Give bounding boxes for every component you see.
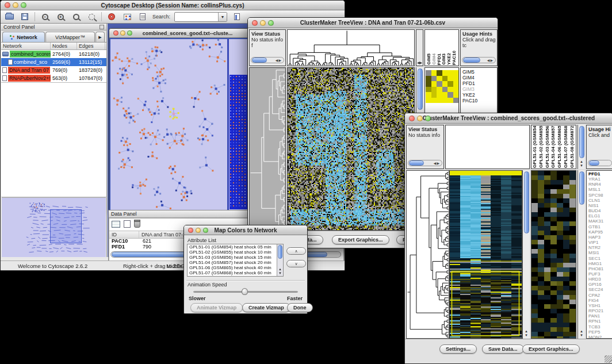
- tab-vizmapper[interactable]: VizMapper™: [45, 32, 95, 42]
- gene-label[interactable]: SPC98: [588, 193, 612, 198]
- gene-label[interactable]: RPN1: [588, 319, 612, 324]
- tv1-status-hscrollbar[interactable]: ◀▶: [251, 57, 284, 63]
- resize-grip[interactable]: [605, 355, 612, 363]
- gene-label[interactable]: ELG1: [588, 213, 612, 219]
- heatmap-canvas[interactable]: [288, 68, 414, 230]
- speed-slider-thumb[interactable]: [242, 288, 248, 295]
- gene-label[interactable]: CPA2: [588, 293, 612, 298]
- row-dendrogram-canvas[interactable]: [250, 68, 285, 230]
- zoom-button[interactable]: [203, 228, 208, 233]
- gene-label[interactable]: YRA1: [588, 177, 612, 182]
- minimize-button[interactable]: [196, 228, 201, 233]
- scroll-arrows-icon[interactable]: ▲▼: [580, 329, 583, 339]
- zoom-button[interactable]: [127, 30, 132, 36]
- scrollbar-thumb[interactable]: [278, 245, 282, 259]
- gene-label[interactable]: GIM3: [462, 86, 497, 92]
- gene-label[interactable]: YSH1: [588, 303, 612, 308]
- attribute-list-vscrollbar[interactable]: ▲ ▼: [277, 244, 283, 276]
- gene-label[interactable]: KAP95: [588, 229, 612, 235]
- open-session-button[interactable]: [3, 12, 15, 22]
- gene-label[interactable]: PHO81: [588, 266, 612, 271]
- gene-label[interactable]: FIG4: [588, 298, 612, 303]
- tv2-column-tree-pane[interactable]: [445, 125, 530, 169]
- network-table-row[interactable]: RNAPuberNov2+! 563(0) 107847(0): [1, 74, 106, 82]
- network-view-titlebar[interactable]: combined_scores_good.txt--cluste...: [109, 29, 248, 38]
- gene-label[interactable]: RNR4: [588, 182, 612, 187]
- main-titlebar[interactable]: Cytoscape Desktop (Session Name: collins…: [1, 1, 345, 10]
- gene-label[interactable]: PAN1: [588, 313, 612, 319]
- heatmap-canvas[interactable]: [450, 171, 522, 338]
- gene-label[interactable]: PFD1: [462, 81, 497, 86]
- chevron-down-icon[interactable]: ▼: [218, 13, 227, 21]
- export-graphics-button[interactable]: Export Graphics...: [522, 344, 580, 354]
- scroll-arrows-icon[interactable]: ▲▼: [580, 160, 583, 169]
- gene-label[interactable]: SEC24: [588, 287, 612, 292]
- gene-label[interactable]: HRD3: [588, 277, 612, 282]
- gene-label[interactable]: PFD1: [588, 171, 612, 177]
- network-canvas[interactable]: [110, 39, 247, 210]
- scrollbar-thumb[interactable]: [252, 58, 267, 63]
- gene-label[interactable]: GIM4: [462, 75, 497, 81]
- create-vizmap-button[interactable]: Create Vizmap: [242, 303, 290, 312]
- export-graphics-button[interactable]: Export Graphics...: [332, 235, 389, 244]
- gene-label[interactable]: GIM5: [462, 69, 497, 75]
- gene-label[interactable]: TCB3: [588, 324, 612, 329]
- move-down-button[interactable]: ∨: [286, 260, 306, 267]
- gene-label[interactable]: PAC10: [462, 98, 497, 104]
- tab-overflow-arrow[interactable]: ▶: [95, 32, 105, 42]
- tv2-gene-vscrollbar[interactable]: ▲▼: [577, 170, 585, 339]
- layout-grid-icon[interactable]: [121, 12, 133, 22]
- scrollbar-thumb[interactable]: [524, 171, 529, 233]
- settings-button[interactable]: Settings...: [439, 344, 477, 354]
- minimize-button[interactable]: [13, 2, 18, 8]
- treeview2-titlebar[interactable]: ClusterMaker TreeView : combined_scores_…: [405, 113, 612, 124]
- gene-label[interactable]: NIS1: [588, 203, 612, 208]
- scrollbar-thumb[interactable]: [418, 68, 423, 110]
- scrollbar-thumb[interactable]: [409, 160, 424, 166]
- network-overview-panel[interactable]: [2, 197, 106, 257]
- scroll-arrows-icon[interactable]: ◀▶: [487, 58, 495, 62]
- scroll-up-icon[interactable]: ▲: [277, 267, 283, 271]
- close-button[interactable]: [5, 2, 10, 8]
- scrollbar-thumb[interactable]: [463, 58, 480, 63]
- tab-network[interactable]: Network: [2, 32, 45, 42]
- scrollbar-thumb[interactable]: [579, 171, 584, 205]
- minimize-button[interactable]: [120, 30, 125, 36]
- close-button[interactable]: [113, 30, 118, 36]
- gene-label[interactable]: MSI1: [588, 250, 612, 255]
- gene-label[interactable]: GPI16: [588, 282, 612, 287]
- zoom-selected-icon[interactable]: [86, 12, 97, 22]
- gene-label[interactable]: HAP3: [588, 235, 612, 240]
- gene-label[interactable]: PEP5: [588, 329, 612, 335]
- gene-label[interactable]: HMG1: [588, 261, 612, 266]
- network-table-row[interactable]: DNA and Tran 07 769(0) 183728(0): [1, 66, 106, 74]
- minimize-button[interactable]: [260, 20, 266, 26]
- scrollbar-thumb[interactable]: [589, 160, 599, 166]
- gene-label[interactable]: RPO21: [588, 308, 612, 313]
- gene-label[interactable]: SEC1: [588, 256, 612, 261]
- minimize-button[interactable]: [417, 116, 423, 121]
- zoom-button[interactable]: [425, 116, 431, 121]
- gene-label[interactable]: PUF3: [588, 271, 612, 277]
- annotation-icon[interactable]: [137, 12, 148, 22]
- done-button[interactable]: Done: [287, 303, 313, 312]
- network-overview-canvas[interactable]: [2, 198, 106, 257]
- gene-label[interactable]: CLN1: [588, 198, 612, 203]
- attribute-table-icon[interactable]: [112, 221, 120, 228]
- help-lifering-icon[interactable]: [106, 12, 117, 22]
- zoom-heatmap-canvas[interactable]: [531, 171, 576, 338]
- tv2-vscrollbar[interactable]: ▲▼: [522, 170, 530, 339]
- close-button[interactable]: [409, 116, 415, 121]
- scroll-arrows-icon[interactable]: ◀▶: [276, 58, 284, 62]
- zoom-button[interactable]: [21, 2, 26, 8]
- tv2-usage-hscrollbar[interactable]: [588, 160, 612, 166]
- zoom-out-icon[interactable]: −: [39, 12, 51, 22]
- row-dendrogram-canvas[interactable]: [407, 171, 449, 338]
- scroll-arrows-icon[interactable]: ◀▶: [434, 161, 442, 165]
- gene-label[interactable]: MAK31: [588, 219, 612, 224]
- network-table-row[interactable]: combined_sco 2569(6) 13112(15): [1, 58, 106, 66]
- zoom-in-icon[interactable]: +: [55, 12, 66, 22]
- float-panel-icon[interactable]: [100, 25, 104, 29]
- gene-label[interactable]: MSL1: [588, 187, 612, 192]
- zoom-button[interactable]: [268, 20, 274, 26]
